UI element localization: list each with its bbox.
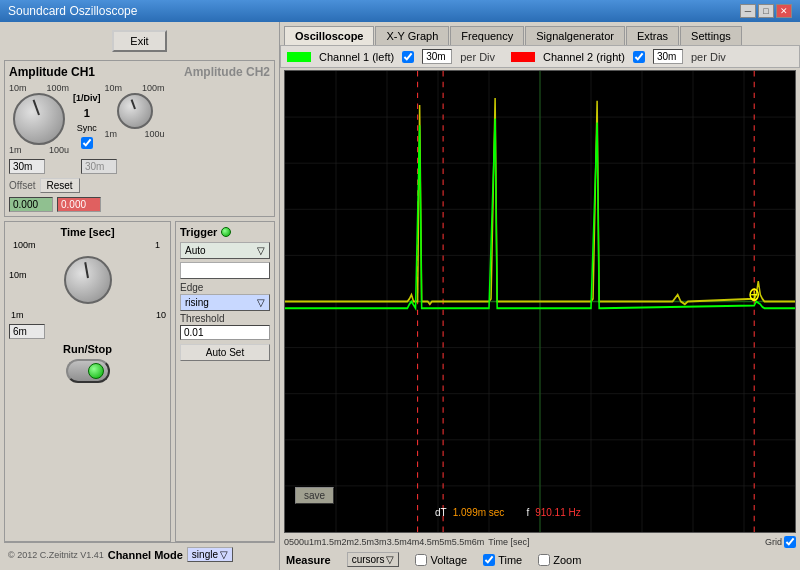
ch1-visible-checkbox[interactable] xyxy=(402,51,414,63)
grid-checkbox[interactable] xyxy=(784,536,796,548)
threshold-input[interactable] xyxy=(180,325,270,340)
time-1: 1 xyxy=(155,240,160,250)
ch2-offset-input[interactable] xyxy=(57,197,101,212)
time-axis-2m: 2m xyxy=(342,537,355,547)
run-stop-section: Run/Stop xyxy=(9,343,166,383)
grid-label: Grid xyxy=(765,537,782,547)
title-bar: Soundcard Oszilloscope ─ □ ✕ xyxy=(0,0,800,22)
time-axis-3m: 3m xyxy=(374,537,387,547)
tab-signalgenerator[interactable]: Signalgenerator xyxy=(525,26,625,45)
knob2-top-left: 10m xyxy=(105,83,123,93)
trigger-channel-button[interactable]: Channel 1 ▽ xyxy=(180,262,270,279)
amplitude-ch2-label: Amplitude CH2 xyxy=(184,65,270,79)
time-10m: 10m xyxy=(9,270,27,280)
ch1-per-div-input[interactable] xyxy=(422,49,452,64)
tab-frequency[interactable]: Frequency xyxy=(450,26,524,45)
left-panel: Exit Amplitude CH1 Amplitude CH2 10m 100… xyxy=(0,22,280,570)
minimize-button[interactable]: ─ xyxy=(740,4,756,18)
time-100m: 100m xyxy=(13,240,36,250)
time-1m: 1m xyxy=(11,310,24,320)
time-axis-500u: 500u xyxy=(289,537,309,547)
close-button[interactable]: ✕ xyxy=(776,4,792,18)
maximize-button[interactable]: □ xyxy=(758,4,774,18)
ch2-amplitude-knob[interactable] xyxy=(117,93,153,129)
time-axis-4m: 4m xyxy=(407,537,420,547)
ch1-offset-input[interactable] xyxy=(9,197,53,212)
time-axis-bar: 0 500u 1m 1.5m 2m 2.5m 3m 3.5m 4m 4.5m 5… xyxy=(280,535,800,549)
copyright: © 2012 C.Zeitnitz V1.41 xyxy=(8,550,104,560)
ch2-channel-label: Channel 2 (right) xyxy=(543,51,625,63)
ch2-color-indicator xyxy=(511,52,535,62)
time-input[interactable] xyxy=(9,324,45,339)
ch1-channel-label: Channel 1 (left) xyxy=(319,51,394,63)
f-value: 910.11 Hz xyxy=(535,507,581,518)
voltage-check-group: Voltage xyxy=(415,554,467,566)
zoom-checkbox[interactable] xyxy=(538,554,550,566)
time-axis-3.5m: 3.5m xyxy=(387,537,407,547)
time-knob[interactable] xyxy=(64,256,112,304)
reset-button[interactable]: Reset xyxy=(40,178,80,193)
run-led xyxy=(88,363,104,379)
sync-checkbox[interactable] xyxy=(81,137,93,149)
channel-bar: Channel 1 (left) per Div Channel 2 (righ… xyxy=(280,45,800,68)
time-axis-1.5m: 1.5m xyxy=(322,537,342,547)
time-axis-2.5m: 2.5m xyxy=(354,537,374,547)
edge-label: Edge xyxy=(180,282,270,293)
time-unit-label: Time [sec] xyxy=(488,537,529,547)
ch2-visible-checkbox[interactable] xyxy=(633,51,645,63)
trigger-auto-button[interactable]: Auto ▽ xyxy=(180,242,270,259)
f-label: f xyxy=(526,507,529,518)
run-stop-label: Run/Stop xyxy=(63,343,112,355)
trigger-edge-select[interactable]: rising ▽ xyxy=(180,294,270,311)
knob1-top-left: 10m xyxy=(9,83,27,93)
time-axis-5m: 5m xyxy=(439,537,452,547)
tabs-bar: Oscilloscope X-Y Graph Frequency Signalg… xyxy=(280,22,800,45)
measure-label: Measure xyxy=(286,554,331,566)
knob2-bot-left: 1m xyxy=(105,129,118,139)
knob1-center: 1 xyxy=(84,107,90,119)
ch1-knob-group: 10m 100m 1m 100u xyxy=(9,83,69,155)
ch2-per-div-input[interactable] xyxy=(653,49,683,64)
measure-cursors-select[interactable]: cursors ▽ xyxy=(347,552,400,567)
sync-label: Sync xyxy=(77,123,97,133)
offset-label: Offset xyxy=(9,180,36,191)
time-10: 10 xyxy=(156,310,166,320)
zoom-check-group: Zoom xyxy=(538,554,581,566)
ch2-per-div-label: per Div xyxy=(691,51,726,63)
knob1-bot-left: 1m xyxy=(9,145,22,155)
ch1-amplitude-knob[interactable] xyxy=(13,93,65,145)
save-button[interactable]: save xyxy=(295,487,334,504)
tab-settings[interactable]: Settings xyxy=(680,26,742,45)
div-label: [1/Div] xyxy=(73,93,101,103)
ch2-range-input[interactable] xyxy=(81,159,117,174)
app-title: Soundcard Oszilloscope xyxy=(8,4,137,18)
run-stop-button[interactable] xyxy=(66,359,110,383)
time-axis-5.5m: 5.5m xyxy=(452,537,472,547)
tab-xy-graph[interactable]: X-Y Graph xyxy=(375,26,449,45)
ch1-color-indicator xyxy=(287,52,311,62)
time-measure-label: Time xyxy=(498,554,522,566)
tab-oscilloscope[interactable]: Oscilloscope xyxy=(284,26,374,45)
time-axis-4.5m: 4.5m xyxy=(419,537,439,547)
voltage-checkbox[interactable] xyxy=(415,554,427,566)
dt-label: dT xyxy=(435,507,447,518)
channel-mode-label: Channel Mode xyxy=(108,549,183,561)
ch1-range-input[interactable] xyxy=(9,159,45,174)
knob1-top-right: 100m xyxy=(46,83,69,93)
autoset-button[interactable]: Auto Set xyxy=(180,344,270,361)
amplitude-ch1-label: Amplitude CH1 xyxy=(9,65,95,79)
scope-display: dT 1.099m sec f 910.11 Hz save xyxy=(284,70,796,533)
time-checkbox[interactable] xyxy=(483,554,495,566)
amplitude-section: Amplitude CH1 Amplitude CH2 10m 100m 1m … xyxy=(4,60,275,217)
exit-button[interactable]: Exit xyxy=(112,30,166,52)
ch2-knob-group: 10m 100m 1m 100u xyxy=(105,83,165,139)
time-axis-6m: 6m xyxy=(472,537,485,547)
knob2-bot-right: 100u xyxy=(144,129,164,139)
knob1-bot-right: 100u xyxy=(49,145,69,155)
dt-value: 1.099m sec xyxy=(453,507,505,518)
knob2-top-right: 100m xyxy=(142,83,165,93)
scope-svg xyxy=(285,71,795,532)
trigger-section: Trigger Auto ▽ Channel 1 ▽ Edge rising ▽… xyxy=(175,221,275,542)
channel-mode-select[interactable]: single ▽ xyxy=(187,547,233,562)
tab-extras[interactable]: Extras xyxy=(626,26,679,45)
